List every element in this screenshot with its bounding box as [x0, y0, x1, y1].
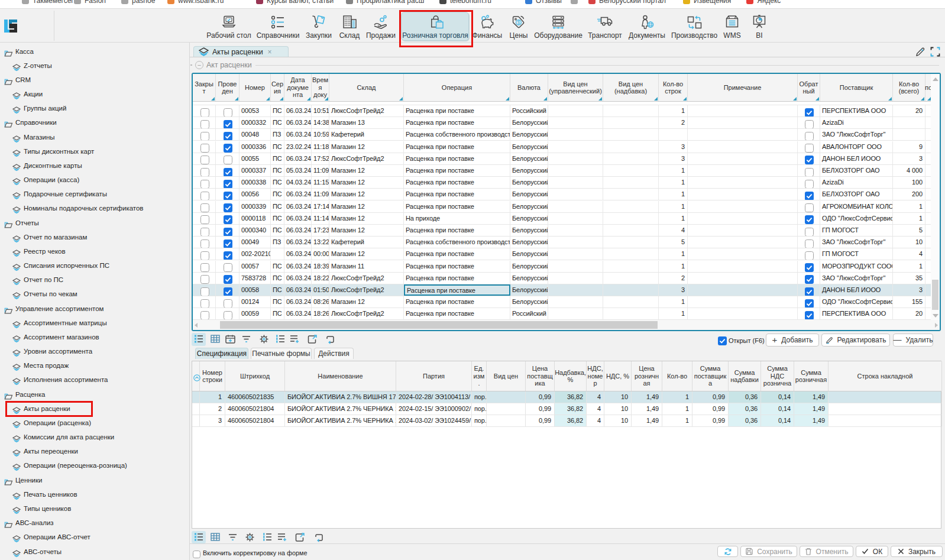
svg-text:$: $ — [517, 20, 520, 25]
